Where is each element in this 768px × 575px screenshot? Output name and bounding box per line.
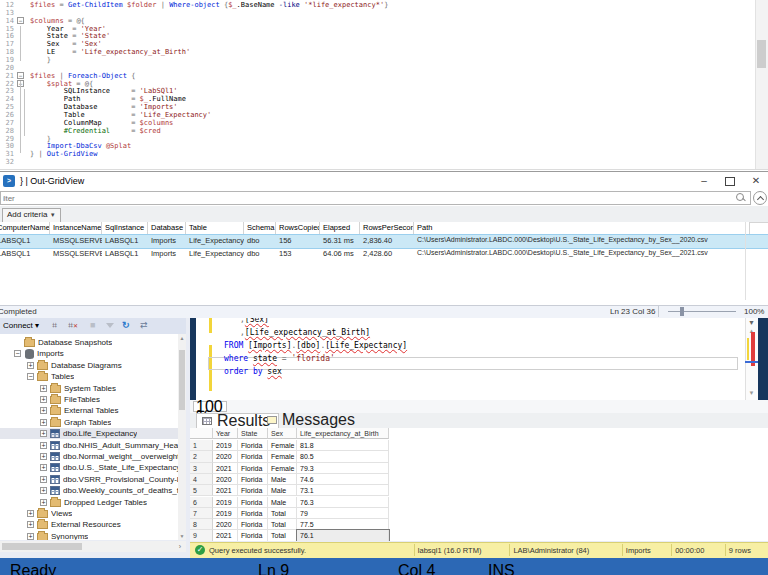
grid-column-header-sqlinstance[interactable]: SqlInstance	[102, 222, 148, 235]
results-cell[interactable]: Male	[268, 485, 297, 496]
grid-column-header-table[interactable]: Table	[186, 222, 244, 235]
results-row[interactable]: 32021FloridaFemale79.3	[190, 463, 389, 474]
close-button[interactable]: ✕	[744, 172, 768, 190]
results-column-life_expectancy_at_birth[interactable]: Life_expectancy_at_Birth	[297, 428, 389, 439]
tree-item-dbo-nhis-adult-summary-health[interactable]: +dbo.NHIS_Adult_Summary_Health	[0, 440, 178, 451]
sql-editor[interactable]: ,[Sex],[Life_expectancy_at_Birth]FROM [I…	[196, 318, 745, 400]
maximize-button[interactable]	[718, 172, 742, 190]
results-cell[interactable]: 76.1	[297, 530, 389, 541]
grid-column-header-instancename[interactable]: InstanceName	[50, 222, 102, 235]
tree-item-synonyms[interactable]: +Synonyms	[0, 531, 178, 540]
ise-code-area[interactable]: 12$files = Get-ChildItem $folder | Where…	[0, 0, 750, 170]
results-cell[interactable]: Florida	[238, 463, 268, 474]
results-cell[interactable]: 2020	[213, 519, 238, 530]
grid-column-header-computername[interactable]: ComputerName	[0, 222, 50, 235]
tree-item-dbo-vsrr-provisional-county-lev[interactable]: +dbo.VSRR_Provisional_County-Lev	[0, 474, 178, 485]
gridview-table[interactable]: ComputerNameInstanceNameSqlInstanceDatab…	[0, 222, 768, 303]
results-cell[interactable]: 76.3	[297, 497, 389, 508]
scroll-right-icon[interactable]: ›	[176, 542, 184, 551]
row-number[interactable]: 9	[190, 530, 213, 541]
tree-expander[interactable]: +	[40, 396, 47, 403]
tree-expander[interactable]: +	[40, 442, 47, 449]
results-cell[interactable]: Total	[268, 530, 297, 541]
row-number[interactable]: 1	[190, 440, 213, 451]
results-cell[interactable]: Florida	[238, 451, 268, 462]
tree-item-tables[interactable]: −Tables	[0, 371, 178, 382]
gridview-row[interactable]: LABSQL1MSSQLSERVERLABSQL1ImportsLife_Exp…	[0, 235, 768, 248]
tree-item-dropped-ledger-tables[interactable]: +Dropped Ledger Tables	[0, 497, 178, 508]
row-number[interactable]: 2	[190, 451, 213, 462]
results-cell[interactable]: Florida	[238, 474, 268, 485]
connect-plug-icon[interactable]: ⌗	[52, 320, 57, 331]
row-number[interactable]: 5	[190, 485, 213, 496]
row-number[interactable]: 3	[190, 463, 213, 474]
out-gridview-titlebar[interactable]	[0, 172, 768, 191]
minimize-button[interactable]: –	[692, 172, 716, 190]
results-cell[interactable]: Florida	[238, 519, 268, 530]
results-cell[interactable]: 2021	[213, 530, 238, 541]
tree-expander[interactable]: +	[40, 407, 47, 414]
tree-item-imports[interactable]: −Imports	[0, 348, 178, 359]
results-cell[interactable]: Total	[268, 508, 297, 519]
results-cell[interactable]: Male	[268, 474, 297, 485]
results-row[interactable]: 22020FloridaFemale80.5	[190, 451, 389, 462]
results-cell[interactable]: 73.1	[297, 485, 389, 496]
tab-messages[interactable]: Messages	[262, 413, 363, 427]
fold-toggle[interactable]: −	[17, 72, 24, 79]
grid-column-header-path[interactable]: Path	[414, 222, 750, 235]
tree-expander[interactable]: −	[14, 350, 21, 357]
tree-item-views[interactable]: +Views	[0, 508, 178, 519]
disconnect-plug-icon[interactable]: ⌗✕	[68, 320, 78, 331]
gridview-row[interactable]: LABSQL1MSSQLSERVERLABSQL1ImportsLife_Exp…	[0, 248, 768, 261]
fold-toggle[interactable]: −	[17, 17, 24, 24]
results-row[interactable]: 52021FloridaMale73.1	[190, 485, 389, 496]
results-cell[interactable]: Florida	[238, 530, 268, 541]
results-cell[interactable]: 77.5	[297, 519, 389, 530]
row-number[interactable]: 8	[190, 519, 213, 530]
results-column-sex[interactable]: Sex	[268, 428, 297, 439]
tree-item-system-tables[interactable]: +System Tables	[0, 383, 178, 394]
scroll-down-icon[interactable]: ▼	[178, 532, 186, 540]
grid-column-header-database[interactable]: Database	[148, 222, 186, 235]
results-cell[interactable]: Total	[268, 519, 297, 530]
object-explorer-tree[interactable]: Database Snapshots−Imports+Database Diag…	[0, 334, 178, 540]
tree-expander[interactable]: +	[27, 510, 34, 517]
results-cell[interactable]: Florida	[238, 440, 268, 451]
grid-column-header-rowscopied[interactable]: RowsCopied	[276, 222, 320, 235]
results-cell[interactable]: 2020	[213, 451, 238, 462]
results-cell[interactable]: 79.3	[297, 463, 389, 474]
results-cell[interactable]: 2021	[213, 485, 238, 496]
grid-column-header-elapsed[interactable]: Elapsed	[320, 222, 360, 235]
tree-expander[interactable]: +	[27, 521, 34, 528]
results-cell[interactable]: Florida	[238, 508, 268, 519]
results-row[interactable]: 12019FloridaFemale81.8	[190, 440, 389, 451]
tree-expander[interactable]: +	[40, 476, 47, 483]
zoom-slider[interactable]	[668, 311, 736, 312]
tree-item-graph-tables[interactable]: +Graph Tables	[0, 417, 178, 428]
zoom-slider-thumb[interactable]	[680, 307, 684, 316]
grid-column-header-rowspersecond[interactable]: RowsPerSecond	[360, 222, 414, 235]
tree-item-filetables[interactable]: +FileTables	[0, 394, 178, 405]
scrollbar-map-button[interactable]: ▼	[747, 319, 756, 327]
tree-expander[interactable]: +	[40, 499, 47, 506]
results-row[interactable]: 92021FloridaTotal76.1	[190, 530, 389, 541]
tree-item-dbo-weekly-counts-of-deaths-fro[interactable]: +dbo.Weekly_counts_of_deaths_fro	[0, 485, 178, 496]
results-cell[interactable]: 79	[297, 508, 389, 519]
tree-item-database-snapshots[interactable]: Database Snapshots	[0, 337, 178, 348]
results-column-year[interactable]: Year	[213, 428, 238, 439]
results-cell[interactable]: Florida	[238, 497, 268, 508]
results-cell[interactable]: 2020	[213, 474, 238, 485]
results-cell[interactable]: Male	[268, 497, 297, 508]
results-cell[interactable]: Female	[268, 440, 297, 451]
activity-monitor-icon[interactable]: ⇄	[140, 320, 148, 330]
results-row[interactable]: 82020FloridaTotal77.5	[190, 519, 389, 530]
tree-expander[interactable]: +	[40, 385, 47, 392]
tree-item-database-diagrams[interactable]: +Database Diagrams	[0, 360, 178, 371]
tree-expander[interactable]: +	[40, 419, 47, 426]
results-cell[interactable]: 2019	[213, 497, 238, 508]
tree-expander[interactable]: +	[27, 533, 34, 540]
results-row[interactable]: 72019FloridaTotal79	[190, 508, 389, 519]
results-row[interactable]: 42020FloridaMale74.6	[190, 474, 389, 485]
results-column-state[interactable]: State	[238, 428, 268, 439]
scroll-up-icon[interactable]: ▲	[178, 334, 186, 342]
